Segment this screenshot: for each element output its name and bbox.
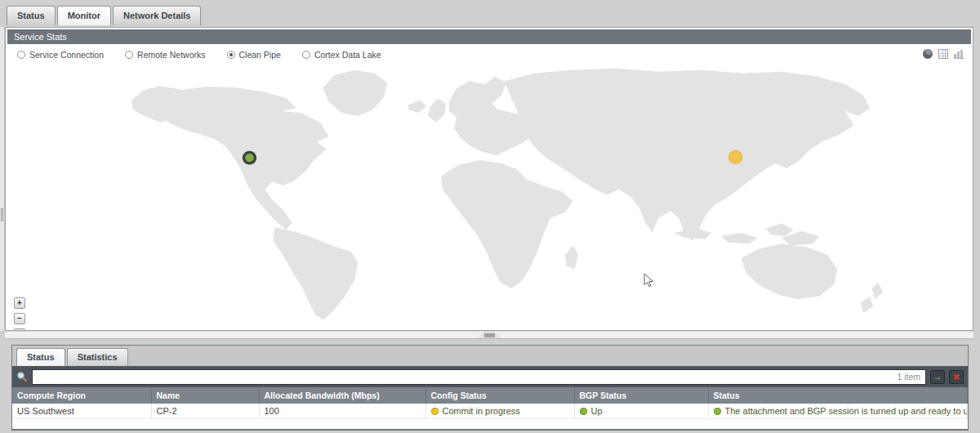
splitter-handle-icon[interactable] [471,332,507,338]
table-header-row: Compute Region Name Allocated Bandwidth … [12,387,968,404]
clear-filter-button[interactable]: ✖ [949,370,964,384]
col-status[interactable]: Status [708,387,968,404]
fit-view-button[interactable]: F [14,328,25,330]
col-compute-region[interactable]: Compute Region [12,387,151,404]
radio-icon [125,51,133,59]
tab-monitor[interactable]: Monitor [57,6,111,25]
stats-type-radio-group: Service Connection Remote Networks Clean… [6,46,973,64]
details-tab-bar: Status Statistics [12,346,968,366]
table-search-bar: 1 item → ✖ [12,366,968,387]
view-toggle-group [923,49,964,59]
search-input[interactable] [38,372,897,382]
search-field: 1 item [32,369,926,385]
zoom-in-button[interactable]: + [14,297,25,309]
config-status-dot-icon [431,408,439,415]
chart-view-icon[interactable] [954,49,964,59]
table-row[interactable]: US Southwest CP-2 100 Commit in progress… [12,404,968,419]
col-allocated-bandwidth[interactable]: Allocated Bandwidth (Mbps) [259,387,425,404]
details-panel: Status Statistics 1 item → ✖ Compute Reg… [11,345,969,431]
panel-resize-splitter[interactable] [5,331,973,339]
splitter-grip-icon [1,208,3,221]
tab-network-details[interactable]: Network Details [113,6,202,25]
zoom-out-button[interactable]: − [14,313,25,324]
panel-title: Service Stats [7,29,971,44]
bgp-status-text: Up [591,406,603,416]
cell-bgp-status: Up [574,404,708,419]
radio-remote-networks[interactable]: Remote Networks [125,50,205,60]
map-zoom-controls: + − F [14,297,25,330]
clean-pipe-status-table: Compute Region Name Allocated Bandwidth … [12,387,968,419]
mouse-cursor-icon [644,273,654,288]
apply-filter-button[interactable]: → [930,370,945,384]
japan-marker[interactable] [729,150,742,163]
world-map [6,65,973,330]
radio-label: Clean Pipe [239,50,281,60]
radio-label: Service Connection [29,50,104,60]
radio-icon [302,51,310,59]
cell-compute-region: US Southwest [12,404,151,419]
continents [131,69,883,320]
cell-allocated-bandwidth: 100 [259,404,425,419]
main-tab-bar: Status Monitor Network Details [7,6,201,25]
grid-view-icon[interactable] [938,49,948,59]
status-text: The attachment and BGP session is turned… [725,406,968,416]
col-bgp-status[interactable]: BGP Status [574,387,708,404]
world-map-canvas[interactable]: + − F [6,65,973,330]
item-count-label: 1 item [897,372,920,382]
radio-service-connection[interactable]: Service Connection [17,50,104,60]
radio-icon [17,51,25,59]
radio-cortex-data-lake[interactable]: Cortex Data Lake [302,50,381,60]
tab-status[interactable]: Status [7,6,56,25]
us-southwest-marker[interactable] [244,152,256,163]
search-icon [16,371,28,382]
service-stats-panel: Service Stats Service Connection Remote … [5,27,973,331]
radio-label: Remote Networks [137,50,205,60]
globe-view-icon[interactable] [923,49,933,59]
cell-name: CP-2 [151,404,259,419]
tab-details-statistics[interactable]: Statistics [67,348,128,366]
cell-config-status: Commit in progress [425,404,574,419]
bgp-status-dot-icon [580,408,587,415]
cell-status: The attachment and BGP session is turned… [708,404,968,419]
radio-clean-pipe[interactable]: Clean Pipe [227,50,281,60]
col-name[interactable]: Name [151,387,259,404]
tab-details-status[interactable]: Status [16,348,65,366]
status-dot-icon [714,408,721,415]
config-status-text: Commit in progress [443,406,520,416]
radio-icon [227,51,235,59]
col-config-status[interactable]: Config Status [425,387,574,404]
radio-label: Cortex Data Lake [314,50,381,60]
